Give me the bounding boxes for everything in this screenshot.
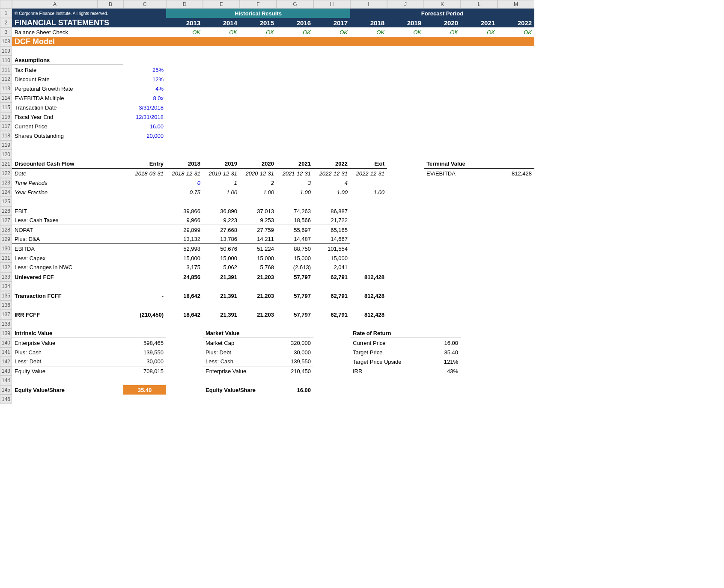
row-header: 108 <box>0 37 12 46</box>
line-value: 101,554 <box>313 244 350 253</box>
year-fraction: 1.00 <box>240 187 277 197</box>
line-value: 9,966 <box>166 216 203 225</box>
row-header: 141 <box>0 347 12 357</box>
time-period: 0 <box>166 178 203 187</box>
line-label: Less: Cash Taxes <box>12 216 123 225</box>
line-value: 36,890 <box>203 206 240 216</box>
row-header: 138 <box>0 319 12 329</box>
date-exit: 2022-12-31 <box>350 169 387 178</box>
dcf-year: 2022 <box>313 159 350 169</box>
copyright: © Corporate Finance Institute. All right… <box>12 9 166 18</box>
irrfcff-value: 62,791 <box>313 310 350 319</box>
market-evps-value: 16.00 <box>277 385 313 395</box>
col-header: E <box>203 0 240 9</box>
row-header: 135 <box>0 291 12 300</box>
line-value: 15,000 <box>313 253 350 263</box>
col-header: M <box>498 0 534 9</box>
market-row-value: 320,000 <box>277 338 313 347</box>
assumption-label: Current Price <box>12 122 123 131</box>
year-fraction-exit: 1.00 <box>350 187 387 197</box>
ok-status: OK <box>461 27 498 37</box>
row-header: 128 <box>0 225 12 235</box>
line-value: 14,211 <box>240 235 277 244</box>
year-header: 2019 <box>387 18 424 27</box>
market-header: Market Value <box>203 329 313 338</box>
time-period: 4 <box>313 178 350 187</box>
ror-header: Rate of Return <box>350 329 461 338</box>
tv-row-value: 812,428 <box>498 169 534 178</box>
line-value: 15,000 <box>166 253 203 263</box>
assumption-value[interactable]: 20,000 <box>123 131 166 140</box>
assumption-value[interactable]: 16.00 <box>123 122 166 131</box>
line-value: 13,786 <box>203 235 240 244</box>
year-fraction: 0.75 <box>166 187 203 197</box>
line-value: 74,263 <box>277 206 313 216</box>
year-header: 2013 <box>166 18 203 27</box>
line-value: 9,253 <box>240 216 277 225</box>
date-value: 2020-12-31 <box>240 169 277 178</box>
irrfcff-value: 21,203 <box>240 310 277 319</box>
row-header: 134 <box>0 282 12 291</box>
col-header: L <box>461 0 498 9</box>
intrinsic-row-value: 598,465 <box>123 338 166 347</box>
time-period: 3 <box>277 178 313 187</box>
line-label: Less: Changes in NWC <box>12 263 123 272</box>
ok-status: OK <box>277 27 313 37</box>
dcf-year: 2019 <box>203 159 240 169</box>
line-value: 9,223 <box>203 216 240 225</box>
row-header: 130 <box>0 244 12 253</box>
assumption-label: Perpetural Growth Rate <box>12 84 123 93</box>
assumption-label: Shares Outstanding <box>12 131 123 140</box>
assumption-value[interactable]: 25% <box>123 65 166 74</box>
irrfcff-value: 57,797 <box>277 310 313 319</box>
date-value: 2021-12-31 <box>277 169 313 178</box>
date-value: 2019-12-31 <box>203 169 240 178</box>
line-value: 3,175 <box>166 263 203 272</box>
ok-status: OK <box>387 27 424 37</box>
assumption-value[interactable]: 3/31/2018 <box>123 103 166 112</box>
assumption-value[interactable]: 4% <box>123 84 166 93</box>
col-header: J <box>387 0 424 9</box>
ror-row-label: Target Price Upside <box>350 357 424 366</box>
line-label: Plus: D&A <box>12 235 123 244</box>
tfcff-exit: 812,428 <box>350 291 387 300</box>
row-header: 137 <box>0 310 12 319</box>
tfcff-value: 21,391 <box>203 291 240 300</box>
line-value: 65,165 <box>313 225 350 235</box>
line-value: 14,667 <box>313 235 350 244</box>
row-header: 3 <box>0 27 12 37</box>
line-value: 51,224 <box>240 244 277 253</box>
ror-row-label: IRR <box>350 366 424 376</box>
ufcf-value: 62,791 <box>313 272 350 282</box>
row-header: 136 <box>0 300 12 310</box>
evps-value-highlight: 35.40 <box>123 385 166 395</box>
year-fraction: 1.00 <box>277 187 313 197</box>
row-header: 119 <box>0 140 12 150</box>
row-header: 123 <box>0 178 12 187</box>
year-header: 2014 <box>203 18 240 27</box>
col-header: C <box>123 0 166 9</box>
row-header: 110 <box>0 56 12 65</box>
col-header: B <box>98 0 123 9</box>
row-header: 145 <box>0 385 12 395</box>
line-value: 15,000 <box>203 253 240 263</box>
tv-row-label: EV/EBITDA <box>424 169 461 178</box>
line-value: 55,697 <box>277 225 313 235</box>
line-value: 2,041 <box>313 263 350 272</box>
intrinsic-row-value: 30,000 <box>123 357 166 366</box>
irrfcff-entry: (210,450) <box>123 310 166 319</box>
year-fraction-label: Year Fraction <box>12 187 123 197</box>
assumption-value[interactable]: 12/31/2018 <box>123 112 166 122</box>
row-header: 140 <box>0 338 12 347</box>
year-fraction: 1.00 <box>313 187 350 197</box>
assumption-value[interactable]: 8.0x <box>123 93 166 103</box>
row-header: 121 <box>0 159 12 169</box>
assumption-label: EV/EBITDA Multiple <box>12 93 123 103</box>
row-header: 2 <box>0 18 12 27</box>
assumption-value[interactable]: 12% <box>123 74 166 84</box>
ufcf-value: 24,856 <box>166 272 203 282</box>
year-header: 2018 <box>350 18 387 27</box>
line-value: 50,676 <box>203 244 240 253</box>
ufcf-value: 21,391 <box>203 272 240 282</box>
dcf-year: 2021 <box>277 159 313 169</box>
